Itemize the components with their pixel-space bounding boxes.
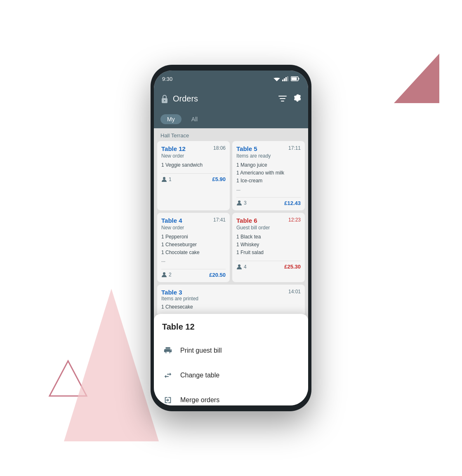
table-5-items: 1 Mango juice1 Americano with milk1 Ice-… (236, 161, 301, 193)
merge-orders-label: Merge orders (180, 396, 219, 404)
settings-icon[interactable] (293, 94, 302, 104)
tab-my[interactable]: My (160, 114, 182, 124)
phone-shell: 9:30 (151, 65, 311, 411)
svg-rect-14 (278, 96, 287, 97)
tab-all[interactable]: All (185, 114, 205, 124)
battery-icon (291, 76, 300, 81)
status-icons (273, 76, 300, 81)
status-time: 9:30 (162, 76, 172, 82)
header-icons (278, 94, 302, 104)
app-title: Orders (173, 94, 278, 104)
change-table-item[interactable]: Change table (154, 363, 308, 388)
table-5-status: Items are ready (236, 153, 301, 159)
table-3-items-partial: 1 Cheesecake (161, 304, 301, 310)
signal-icon (282, 76, 289, 81)
change-table-label: Change table (180, 372, 219, 379)
svg-rect-5 (282, 80, 283, 81)
table-4-guests: 2 (161, 272, 172, 278)
svg-point-17 (163, 177, 165, 179)
table-5-footer: 3 £12.43 (236, 197, 301, 206)
sheet-title: Table 12 (154, 322, 308, 338)
triangle-filled-icon (394, 54, 439, 103)
table-3-status: Items are printed (161, 296, 301, 302)
orders-grid: Table 12 18:06 New order 1 Veggie sandwi… (154, 141, 308, 282)
merge-orders-item[interactable]: Merge orders (154, 388, 308, 406)
table-12-items: 1 Veggie sandwich (161, 161, 226, 169)
table-4-status: New order (161, 225, 226, 231)
table-5-guests: 3 (236, 200, 247, 206)
svg-marker-0 (394, 54, 439, 103)
print-guest-bill-item[interactable]: Print guest bill (154, 338, 308, 363)
table-4-price: £20.50 (209, 272, 226, 278)
svg-point-19 (163, 272, 165, 275)
table-4-items: 1 Pepperoni1 Cheeseburger1 Chocolate cak… (161, 233, 226, 265)
table-12-card[interactable]: Table 12 18:06 New order 1 Veggie sandwi… (157, 141, 230, 210)
table-6-card[interactable]: Table 6 12:23 Guest bill order 1 Black t… (232, 213, 305, 282)
table-12-status: New order (161, 153, 226, 159)
app-header: Orders (154, 87, 308, 110)
tab-bar: My All (154, 110, 308, 128)
status-bar: 9:30 (154, 71, 308, 87)
svg-rect-16 (281, 101, 284, 101)
wifi-icon (273, 76, 280, 81)
table-5-name: Table 5 (236, 145, 257, 152)
svg-rect-10 (299, 78, 299, 80)
merge-icon (162, 394, 174, 406)
card-header: Table 12 18:06 (161, 145, 226, 152)
guests-icon (236, 264, 242, 270)
table-4-time: 17:41 (213, 217, 226, 223)
table-5-time: 17:11 (288, 145, 301, 151)
guests-icon (161, 272, 167, 278)
table-6-status: Guest bill order (236, 225, 301, 231)
table-6-name: Table 6 (236, 217, 257, 224)
section-label: Hall Terrace (154, 128, 308, 141)
svg-point-18 (238, 200, 240, 203)
table-12-price: £5.90 (212, 176, 226, 182)
card-header: Table 6 12:23 (236, 217, 301, 224)
card-header: Table 5 17:11 (236, 145, 301, 152)
svg-rect-11 (292, 78, 297, 80)
table-12-name: Table 12 (161, 145, 186, 152)
print-icon (162, 345, 174, 356)
table-6-price: £25.30 (284, 264, 301, 270)
table-12-footer: 1 £5.90 (161, 173, 226, 182)
svg-rect-15 (280, 98, 285, 99)
svg-point-13 (164, 100, 165, 101)
filter-icon[interactable] (278, 94, 287, 104)
table-3-name: Table 3 (161, 289, 182, 296)
card-header: Table 4 17:41 (161, 217, 226, 224)
triangle-large-icon (64, 289, 159, 441)
table-6-guests: 4 (236, 264, 247, 270)
table-3-time: 14:01 (288, 289, 301, 296)
table-5-card[interactable]: Table 5 17:11 Items are ready 1 Mango ju… (232, 141, 305, 210)
guests-icon (161, 177, 167, 182)
print-guest-bill-label: Print guest bill (180, 347, 222, 354)
transfer-icon (162, 370, 174, 381)
table-12-time: 18:06 (213, 145, 226, 151)
scene: 9:30 (0, 0, 462, 476)
table-6-footer: 4 £25.30 (236, 261, 301, 270)
phone-screen: 9:30 (154, 71, 308, 405)
table-6-items: 1 Black tea1 Whiskey1 Fruit salad (236, 233, 301, 257)
guests-icon (236, 200, 242, 206)
svg-rect-7 (285, 77, 287, 81)
lock-icon (160, 94, 169, 103)
table-4-card[interactable]: Table 4 17:41 New order 1 Pepperoni1 Che… (157, 213, 230, 282)
svg-marker-2 (64, 289, 159, 441)
svg-rect-6 (284, 78, 285, 81)
svg-rect-8 (287, 76, 288, 81)
orders-content: Hall Terrace Table 12 18:06 New order 1 … (154, 128, 308, 405)
table-3-header: Table 3 14:01 (161, 289, 301, 296)
table-4-name: Table 4 (161, 217, 182, 224)
table-12-guests: 1 (161, 177, 172, 182)
svg-point-20 (238, 264, 240, 267)
table-5-price: £12.43 (284, 200, 301, 206)
bottom-sheet: Table 12 Print guest bill (154, 314, 308, 406)
table-3-card[interactable]: Table 3 14:01 Items are printed 1 Cheese… (157, 285, 305, 314)
table-6-time: 12:23 (288, 217, 301, 223)
table-4-footer: 2 £20.50 (161, 269, 226, 278)
